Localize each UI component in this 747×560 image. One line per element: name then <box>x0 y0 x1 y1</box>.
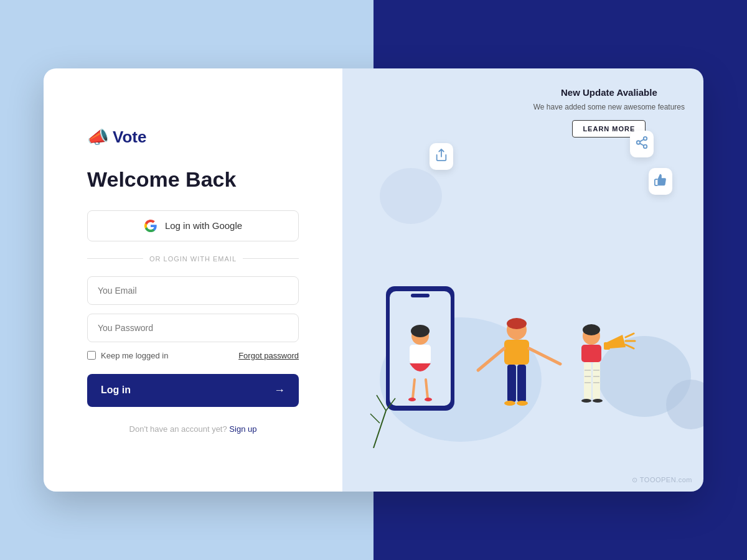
illustration-svg <box>367 274 679 473</box>
svg-line-21 <box>529 348 560 364</box>
share-icon-1 <box>430 143 453 170</box>
svg-line-41 <box>377 395 386 411</box>
svg-point-7 <box>411 325 430 337</box>
svg-rect-8 <box>410 345 431 363</box>
svg-rect-25 <box>581 345 601 362</box>
keep-logged-label[interactable]: Keep me logged in <box>87 351 168 360</box>
divider-row: OR LOGIN WITH EMAIL <box>87 255 299 263</box>
left-panel: 📣 Vote Welcome Back Log in with Google O… <box>44 68 342 492</box>
svg-point-12 <box>425 398 432 401</box>
welcome-title: Welcome Back <box>87 167 236 192</box>
keep-logged-checkbox[interactable] <box>87 351 96 360</box>
svg-point-34 <box>581 399 591 403</box>
update-desc: We have added some new awesome features <box>533 101 685 113</box>
svg-point-1 <box>637 141 641 144</box>
svg-rect-15 <box>504 340 529 365</box>
svg-line-39 <box>626 345 634 348</box>
bubble-shape-3 <box>380 168 442 224</box>
svg-point-11 <box>408 398 416 401</box>
svg-line-40 <box>374 411 386 448</box>
divider-line-left <box>87 258 143 259</box>
svg-rect-36 <box>604 342 610 350</box>
watermark: ⊙ TOOOPEN.com <box>632 476 692 484</box>
svg-point-2 <box>644 145 647 149</box>
logo-icon: 📣 <box>87 127 109 147</box>
divider-text: OR LOGIN WITH EMAIL <box>149 255 237 263</box>
svg-line-43 <box>370 414 380 423</box>
svg-point-0 <box>644 137 647 141</box>
svg-rect-27 <box>593 362 600 399</box>
svg-point-18 <box>504 401 515 406</box>
login-btn-label: Log in <box>101 385 131 396</box>
arrow-icon: → <box>274 384 285 397</box>
share-icon-2 <box>630 131 654 157</box>
forgot-password-link[interactable]: Forgot password <box>238 351 299 360</box>
password-input[interactable] <box>87 314 299 342</box>
signup-text: Don't have an account yet? <box>129 424 227 434</box>
google-logo-icon <box>144 219 157 233</box>
keep-logged-text: Keep me logged in <box>101 351 168 360</box>
svg-point-14 <box>507 318 527 329</box>
svg-rect-17 <box>517 365 526 402</box>
logo-text: Vote <box>113 128 146 147</box>
svg-rect-5 <box>411 294 430 297</box>
svg-point-19 <box>517 401 528 406</box>
login-card: 📣 Vote Welcome Back Log in with Google O… <box>44 68 703 492</box>
svg-line-37 <box>626 334 634 337</box>
signup-link[interactable]: Sign up <box>229 424 256 434</box>
svg-point-23 <box>583 324 600 335</box>
logo-area: 📣 Vote <box>87 127 146 147</box>
options-row: Keep me logged in Forgot password <box>87 351 299 360</box>
login-button[interactable]: Log in → <box>87 374 299 407</box>
google-btn-label: Log in with Google <box>165 220 242 231</box>
update-title: New Update Avaliable <box>533 87 685 98</box>
right-panel: New Update Avaliable We have added some … <box>342 68 703 492</box>
svg-line-20 <box>478 348 504 370</box>
svg-rect-16 <box>507 365 516 402</box>
signup-row: Don't have an account yet? Sign up <box>87 424 299 434</box>
svg-point-35 <box>593 399 603 403</box>
like-icon <box>649 168 672 195</box>
update-box: New Update Avaliable We have added some … <box>533 87 685 138</box>
google-login-button[interactable]: Log in with Google <box>87 210 299 241</box>
svg-rect-26 <box>584 362 591 399</box>
email-input[interactable] <box>87 276 299 305</box>
divider-line-right <box>243 258 299 259</box>
